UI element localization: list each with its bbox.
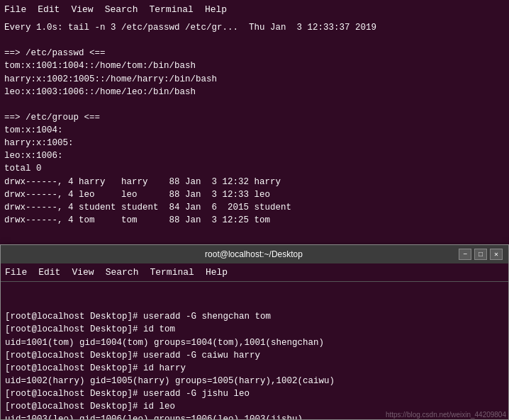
bg-menu-terminal[interactable]: Terminal	[149, 4, 193, 15]
terminal-line: [root@localhost Desktop]# useradd -G cai…	[5, 349, 504, 362]
terminal-line: [root@localhost Desktop]# useradd -G jis…	[5, 387, 504, 400]
maximize-button[interactable]: □	[474, 249, 487, 260]
fg-menu-terminal[interactable]: Terminal	[150, 267, 194, 278]
fg-menu-edit[interactable]: Edit	[38, 267, 60, 278]
bg-terminal: File Edit View Search Terminal Help Ever…	[0, 0, 509, 244]
terminal-line: [root@localhost Desktop]# id harry	[5, 362, 504, 375]
bg-menu-search[interactable]: Search	[105, 4, 138, 15]
bg-menu-view[interactable]: View	[71, 4, 93, 15]
terminal-line: [root@localhost Desktop]# id tom	[5, 323, 504, 336]
fg-terminal-content: [root@localhost Desktop]# useradd -G she…	[1, 282, 508, 419]
watermark: https://blog.csdn.net/weixin_44209804	[386, 411, 506, 419]
fg-menu-bar[interactable]: File Edit View Search Terminal Help	[1, 263, 508, 282]
titlebar-title: root@localhost:~/Desktop	[49, 249, 459, 259]
minimize-button[interactable]: −	[459, 249, 471, 260]
terminal-line: [root@localhost Desktop]# useradd -G she…	[5, 310, 504, 323]
terminal-lines: [root@localhost Desktop]# useradd -G she…	[5, 310, 504, 419]
terminal-line: uid=1001(tom) gid=1004(tom) groups=1004(…	[5, 336, 504, 349]
bg-menu-file[interactable]: File	[4, 4, 26, 15]
window-titlebar: root@localhost:~/Desktop − □ ✕	[1, 245, 508, 263]
bg-terminal-content: Every 1.0s: tail -n 3 /etc/passwd /etc/g…	[0, 18, 509, 244]
bg-menu-bar[interactable]: File Edit View Search Terminal Help	[0, 0, 509, 18]
fg-menu-search[interactable]: Search	[106, 267, 139, 278]
bg-menu-help[interactable]: Help	[205, 4, 227, 15]
bg-menu-edit[interactable]: Edit	[38, 4, 60, 15]
terminal-line: uid=1002(harry) gid=1005(harry) groups=1…	[5, 375, 504, 387]
fg-menu-view[interactable]: View	[72, 267, 94, 278]
window-controls[interactable]: − □ ✕	[459, 249, 503, 260]
close-button[interactable]: ✕	[490, 249, 503, 260]
fg-terminal: root@localhost:~/Desktop − □ ✕ File Edit…	[0, 244, 509, 420]
fg-menu-file[interactable]: File	[5, 267, 27, 278]
fg-menu-help[interactable]: Help	[206, 267, 228, 278]
